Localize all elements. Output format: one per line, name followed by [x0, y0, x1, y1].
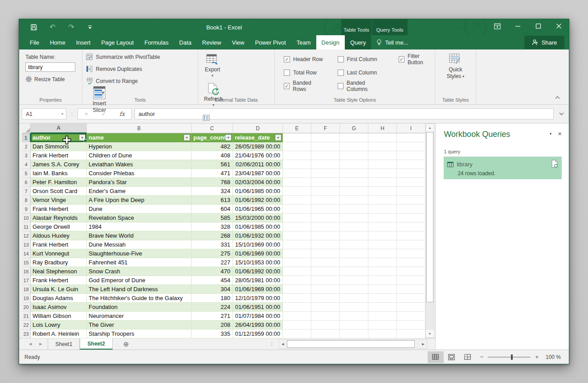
cell[interactable]: Ray Bradbury — [31, 258, 87, 267]
save-button[interactable] — [30, 23, 38, 31]
checkbox-banded-columns[interactable]: Banded Columns — [338, 82, 385, 90]
cell[interactable]: Ender's Game — [87, 187, 192, 196]
filter-button[interactable]: ▾ — [79, 134, 86, 141]
cell[interactable] — [311, 249, 340, 258]
cell[interactable] — [340, 294, 368, 303]
cell[interactable]: 470 — [192, 267, 233, 276]
cell[interactable] — [311, 187, 340, 196]
table-header-cell[interactable]: page_count▾ — [192, 133, 233, 142]
cell[interactable] — [368, 222, 397, 231]
column-header-C[interactable]: C — [192, 124, 233, 133]
cell[interactable]: 471 — [192, 169, 233, 178]
cell[interactable] — [311, 160, 340, 169]
cell[interactable]: 304 — [192, 285, 233, 294]
cell[interactable]: 613 — [192, 196, 233, 205]
cell[interactable] — [368, 240, 397, 249]
cell[interactable]: Pandora's Star — [87, 178, 192, 187]
tab-design[interactable]: Design — [316, 35, 345, 49]
cell[interactable] — [340, 276, 368, 285]
scroll-left-button[interactable]: ◀ — [279, 340, 286, 348]
cell[interactable] — [340, 187, 368, 196]
row-header-6[interactable]: 6 — [22, 178, 31, 187]
pane-options-dropdown[interactable]: ▾ — [550, 132, 552, 136]
cell[interactable] — [311, 294, 340, 303]
cell[interactable]: Neal Stephenson — [31, 267, 87, 276]
cell[interactable]: James S.A. Corey — [31, 160, 87, 169]
formula-input[interactable]: author — [135, 108, 554, 119]
cell[interactable]: Aldous Huxley — [31, 231, 87, 240]
cell[interactable]: 328 — [192, 222, 233, 231]
tab-team[interactable]: Team — [291, 35, 316, 49]
cell[interactable] — [397, 312, 425, 321]
cell[interactable] — [368, 285, 397, 294]
cell[interactable] — [283, 196, 311, 205]
cell[interactable]: Foundation — [87, 303, 192, 312]
cell[interactable] — [283, 267, 311, 276]
cell[interactable]: 12/10/1979 00:00 — [233, 294, 283, 303]
cell[interactable] — [283, 329, 311, 338]
zoom-in-button[interactable]: + — [531, 354, 543, 360]
cell[interactable] — [340, 285, 368, 294]
cell[interactable]: Snow Crash — [87, 267, 192, 276]
cell[interactable] — [283, 240, 311, 249]
cell[interactable]: 01/06/1965 00:00 — [233, 205, 283, 214]
cell[interactable] — [311, 276, 340, 285]
cell[interactable]: Frank Herbert — [31, 240, 87, 249]
page-layout-view-button[interactable] — [444, 351, 460, 363]
table-header-cell[interactable]: name▾ — [87, 133, 192, 142]
row-header-3[interactable]: 3 — [22, 151, 31, 160]
cell[interactable]: 768 — [192, 178, 233, 187]
customize-quick-access-button[interactable] — [86, 23, 94, 31]
cell[interactable] — [311, 151, 340, 160]
row-header-1[interactable]: 1 — [22, 133, 31, 142]
zoom-level[interactable]: 100 % — [543, 354, 569, 360]
scroll-right-button[interactable]: ▶ — [419, 340, 427, 348]
cell[interactable] — [340, 240, 368, 249]
cell[interactable]: 26/04/1993 00:00 — [233, 321, 283, 329]
cell[interactable] — [340, 249, 368, 258]
cell[interactable] — [340, 196, 368, 205]
cell[interactable] — [311, 133, 340, 142]
convert-to-range-button[interactable]: Convert to Range — [86, 77, 196, 85]
cell[interactable]: 561 — [192, 160, 233, 169]
cell[interactable] — [283, 276, 311, 285]
cell[interactable]: 268 — [192, 231, 233, 240]
cell[interactable] — [311, 285, 340, 294]
query-refresh-icon[interactable] — [551, 160, 558, 169]
row-header-5[interactable]: 5 — [22, 169, 31, 178]
cell[interactable] — [340, 222, 368, 231]
row-header-8[interactable]: 8 — [22, 196, 31, 205]
tab-split-handle[interactable]: ⋮ — [269, 338, 278, 350]
row-header-16[interactable]: 16 — [22, 267, 31, 276]
cell[interactable] — [283, 285, 311, 294]
cell[interactable] — [283, 205, 311, 214]
cell[interactable]: The Giver — [87, 321, 192, 329]
normal-view-button[interactable] — [428, 351, 444, 363]
cell[interactable] — [340, 321, 368, 329]
cell[interactable]: 01/06/1992 00:00 — [233, 196, 283, 205]
row-header-23[interactable]: 23 — [22, 329, 31, 338]
cell[interactable] — [397, 329, 425, 338]
zoom-slider-thumb[interactable] — [511, 354, 513, 360]
previous-sheet-button[interactable]: ◀ — [29, 342, 32, 346]
cell[interactable] — [311, 231, 340, 240]
cell[interactable] — [368, 133, 397, 142]
table-name-input[interactable] — [25, 62, 75, 72]
cell[interactable] — [311, 205, 340, 214]
next-sheet-button[interactable]: ▶ — [39, 342, 42, 346]
checkbox-last-column[interactable]: Last Column — [338, 69, 385, 76]
cell[interactable]: Leviathan Wakes — [87, 160, 192, 169]
select-all-corner[interactable] — [22, 124, 31, 133]
cell[interactable] — [368, 267, 397, 276]
cell[interactable]: Frank Herbert — [31, 205, 87, 214]
cell[interactable] — [397, 267, 425, 276]
cell[interactable] — [397, 321, 425, 329]
cell[interactable] — [283, 178, 311, 187]
cell[interactable]: 01/12/1959 00:00 — [233, 329, 283, 338]
cell[interactable]: 01/07/1984 00:00 — [233, 312, 283, 321]
table-header-cell[interactable]: author▾ — [31, 133, 87, 142]
redo-button[interactable]: ↷ — [67, 23, 75, 31]
cell[interactable]: A Fire Upon the Deep — [87, 196, 192, 205]
cell[interactable]: Iain M. Banks — [31, 169, 87, 178]
cell[interactable]: 02/06/2011 00:00 — [233, 160, 283, 169]
